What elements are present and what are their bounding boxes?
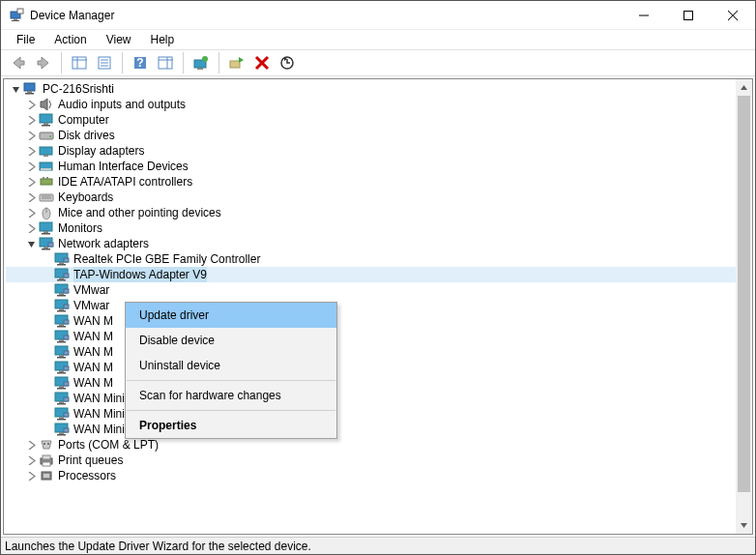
forward-button[interactable] — [32, 51, 55, 74]
scroll-up-button[interactable] — [736, 79, 752, 96]
context-update-driver[interactable]: Update driver — [126, 303, 336, 328]
tree-item-computer[interactable]: Computer — [6, 112, 752, 128]
chevron-right-icon[interactable] — [23, 178, 39, 187]
port-icon — [39, 438, 54, 452]
chevron-down-icon[interactable] — [23, 240, 39, 248]
context-scan-hardware[interactable]: Scan for hardware changes — [126, 383, 336, 408]
context-separator — [127, 380, 335, 381]
svg-point-22 — [202, 56, 208, 62]
tree-item-audio[interactable]: Audio inputs and outputs — [6, 97, 752, 112]
svg-rect-40 — [43, 177, 44, 179]
tree-item-net-wan-pppoe[interactable]: WAN Miniport (PPPOE) — [6, 391, 752, 406]
menu-action[interactable]: Action — [46, 31, 94, 48]
svg-rect-39 — [41, 179, 52, 185]
tree-label: Mice and other pointing devices — [58, 205, 221, 220]
tree-item-net-vmware1[interactable]: VMwar — [6, 282, 752, 298]
chevron-right-icon[interactable] — [23, 456, 39, 465]
chevron-right-icon[interactable] — [23, 147, 39, 156]
chevron-right-icon[interactable] — [23, 193, 39, 202]
chevron-right-icon[interactable] — [23, 209, 39, 218]
svg-rect-89 — [64, 382, 69, 386]
tree-label: VMwar — [73, 282, 109, 298]
svg-rect-28 — [27, 91, 32, 93]
chevron-right-icon[interactable] — [23, 116, 39, 125]
tree-item-processors[interactable]: Processors — [6, 468, 752, 483]
tree-label: Processors — [58, 468, 116, 483]
tree-item-net-vmware2[interactable]: VMwar — [6, 298, 752, 313]
scan-hardware-button[interactable] — [276, 51, 299, 74]
tree-item-monitors[interactable]: Monitors — [6, 220, 752, 236]
tree-item-ports[interactable]: Ports (COM & LPT) — [6, 437, 752, 453]
context-disable-device[interactable]: Disable device — [126, 328, 336, 353]
svg-rect-106 — [43, 462, 50, 466]
tree-label: Display adapters — [58, 143, 144, 159]
close-button[interactable] — [711, 1, 755, 30]
svg-rect-64 — [57, 295, 66, 297]
network-icon — [39, 237, 54, 250]
tree-item-mice[interactable]: Mice and other pointing devices — [6, 205, 752, 220]
tree-label: WAN M — [73, 360, 113, 375]
tree-item-display[interactable]: Display adapters — [6, 143, 752, 159]
show-hide-console-tree-button[interactable] — [68, 51, 91, 74]
help-button[interactable]: ? — [129, 51, 152, 74]
svg-rect-35 — [40, 147, 52, 155]
tree-item-net-realtek[interactable]: Realtek PCIe GBE Family Controller — [6, 251, 752, 267]
tree-item-hid[interactable]: Human Interface Devices — [6, 159, 752, 174]
svg-rect-60 — [57, 279, 66, 281]
tree-item-net-wan2[interactable]: WAN M — [6, 329, 752, 344]
svg-point-34 — [49, 135, 51, 137]
svg-rect-79 — [59, 355, 64, 357]
svg-rect-72 — [57, 326, 66, 328]
menu-view[interactable]: View — [99, 31, 139, 48]
context-separator — [127, 410, 335, 411]
svg-rect-75 — [59, 339, 64, 341]
back-button[interactable] — [7, 51, 30, 74]
chevron-right-icon[interactable] — [23, 472, 39, 481]
menu-file[interactable]: File — [9, 31, 43, 48]
tree-item-net-wan3[interactable]: WAN M — [6, 344, 752, 360]
properties-button[interactable] — [93, 51, 116, 74]
tree-item-net-wan4[interactable]: WAN M — [6, 360, 752, 375]
tree-item-printq[interactable]: Print queues — [6, 453, 752, 468]
device-tree[interactable]: PC-216Srishti Audio inputs and outputs C… — [4, 79, 752, 534]
maximize-button[interactable] — [666, 1, 711, 30]
uninstall-device-button[interactable] — [250, 51, 274, 74]
chevron-right-icon[interactable] — [23, 441, 39, 450]
tree-item-net-wan-sstp[interactable]: WAN Miniport (SSTP) — [6, 422, 752, 437]
svg-rect-97 — [64, 413, 69, 417]
enable-device-button[interactable] — [225, 51, 248, 74]
chevron-down-icon[interactable] — [8, 85, 23, 94]
tree-item-network[interactable]: Network adapters — [6, 236, 752, 251]
tree-item-net-wan5[interactable]: WAN M — [6, 375, 752, 391]
tree-label: Disk drives — [58, 128, 115, 143]
tree-item-net-tap[interactable]: TAP-Windows Adapter V9 — [6, 267, 752, 282]
tree-item-ide[interactable]: IDE ATA/ATAPI controllers — [6, 174, 752, 190]
update-driver-button[interactable] — [189, 51, 213, 74]
action-pane-button[interactable] — [154, 51, 177, 74]
scroll-thumb[interactable] — [738, 96, 750, 492]
menu-help[interactable]: Help — [143, 31, 183, 48]
svg-rect-92 — [57, 403, 66, 405]
chevron-right-icon[interactable] — [23, 101, 39, 109]
vertical-scrollbar[interactable] — [736, 79, 752, 534]
tree-item-keyboards[interactable]: Keyboards — [6, 190, 752, 205]
tree-item-net-wan-pptp[interactable]: WAN Miniport (PPTP) — [6, 406, 752, 422]
status-text: Launches the Update Driver Wizard for th… — [5, 540, 311, 553]
tree-label: WAN M — [73, 344, 113, 360]
context-uninstall-device[interactable]: Uninstall device — [126, 353, 336, 378]
svg-rect-100 — [57, 434, 66, 436]
svg-rect-65 — [64, 289, 69, 293]
scroll-down-button[interactable] — [736, 517, 752, 534]
minimize-button[interactable] — [622, 1, 666, 30]
tree-item-net-wan1[interactable]: WAN M — [6, 313, 752, 329]
context-menu: Update driver Disable device Uninstall d… — [125, 302, 337, 439]
chevron-right-icon[interactable] — [23, 224, 39, 233]
svg-point-103 — [47, 443, 49, 445]
svg-rect-69 — [64, 305, 69, 308]
chevron-right-icon[interactable] — [23, 131, 39, 140]
tree-root[interactable]: PC-216Srishti — [6, 81, 752, 97]
chevron-right-icon[interactable] — [23, 162, 39, 171]
context-properties[interactable]: Properties — [126, 413, 336, 438]
tree-item-disk[interactable]: Disk drives — [6, 128, 752, 143]
computer-icon — [23, 82, 39, 96]
